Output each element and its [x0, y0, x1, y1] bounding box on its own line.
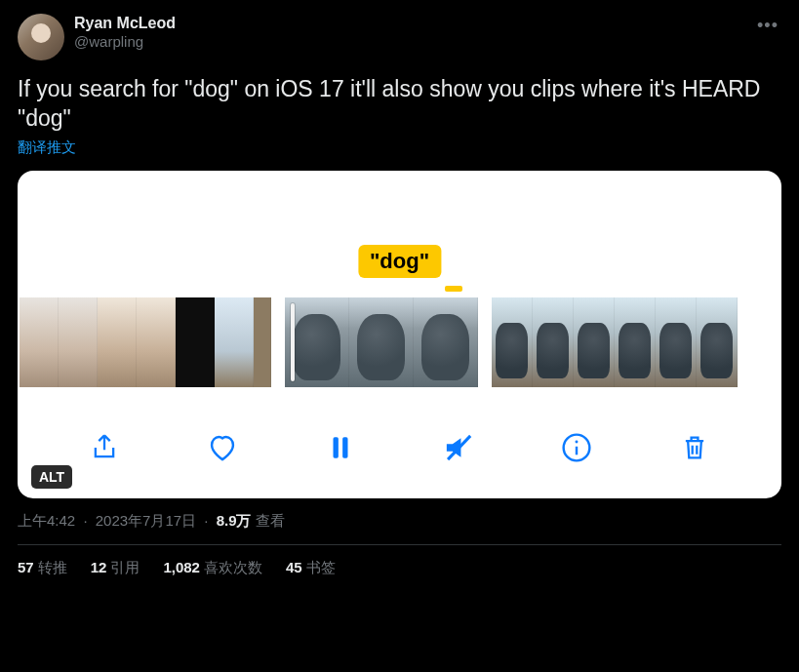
filmstrip[interactable]: [18, 297, 781, 387]
thumbnail: [59, 297, 98, 387]
info-button[interactable]: [555, 426, 598, 469]
thumbnail: [574, 297, 615, 387]
stat-label: 转推: [38, 559, 67, 575]
stat-quotes[interactable]: 12引用: [91, 559, 140, 577]
thumbnail: [414, 297, 478, 387]
thumbnail: [697, 297, 738, 387]
pause-button[interactable]: [319, 426, 362, 469]
media-top-space: [18, 171, 781, 245]
thumbnail: [492, 297, 533, 387]
caption-chip: "dog": [358, 245, 441, 278]
tweet-header: Ryan McLeod @warpling •••: [18, 14, 781, 60]
meta-line: 上午4:42 · 2023年7月17日 · 8.9万 查看: [18, 512, 781, 531]
stat-count: 57: [18, 559, 34, 575]
thumbnail: [656, 297, 697, 387]
author-handle: @warpling: [74, 33, 176, 51]
thumbnail: [176, 297, 215, 387]
stat-label: 喜欢次数: [204, 559, 262, 575]
thumbnail: [20, 297, 59, 387]
stat-likes[interactable]: 1,082喜欢次数: [163, 559, 262, 577]
tweet-time[interactable]: 上午4:42: [18, 512, 75, 529]
stat-count: 12: [91, 559, 107, 575]
mute-button[interactable]: [437, 426, 480, 469]
author-display-name: Ryan McLeod: [74, 14, 176, 33]
views-count: 8.9万: [217, 512, 252, 529]
avatar[interactable]: [18, 14, 64, 60]
clip-group-2[interactable]: [285, 297, 478, 387]
like-button[interactable]: [201, 426, 244, 469]
tweet-text: If you search for "dog" on iOS 17 it'll …: [18, 74, 781, 133]
svg-point-4: [576, 440, 579, 443]
thumbnail: [137, 297, 176, 387]
share-button[interactable]: [83, 426, 126, 469]
trash-button[interactable]: [673, 426, 716, 469]
tweet-container: Ryan McLeod @warpling ••• If you search …: [0, 0, 799, 587]
stat-label: 引用: [110, 559, 140, 575]
stat-label: 书签: [306, 559, 336, 575]
translate-link[interactable]: 翻译推文: [18, 138, 781, 157]
thumbnail: [615, 297, 656, 387]
more-options-button[interactable]: •••: [754, 16, 781, 36]
thumbnail: [215, 297, 254, 387]
media-toolbar: [18, 418, 781, 477]
stat-retweets[interactable]: 57转推: [18, 559, 67, 577]
thumbnail: [254, 297, 271, 387]
svg-rect-1: [342, 437, 347, 457]
thumbnail: [349, 297, 414, 387]
svg-rect-0: [333, 437, 338, 457]
thumbnail: [98, 297, 137, 387]
media-card[interactable]: "dog": [18, 171, 781, 498]
author-block[interactable]: Ryan McLeod @warpling: [74, 14, 176, 51]
views-label: 查看: [256, 512, 285, 529]
playhead-tick: [445, 286, 462, 292]
clip-group-3[interactable]: [492, 297, 738, 387]
alt-badge[interactable]: ALT: [31, 465, 72, 489]
separator: ·: [83, 512, 87, 529]
separator: ·: [204, 512, 208, 529]
tweet-date[interactable]: 2023年7月17日: [96, 512, 196, 529]
stats-line: 57转推 12引用 1,082喜欢次数 45书签: [18, 545, 781, 577]
thumbnail: [285, 297, 349, 387]
stat-bookmarks[interactable]: 45书签: [286, 559, 336, 577]
stat-count: 1,082: [163, 559, 200, 575]
clip-group-1[interactable]: [20, 297, 271, 387]
stat-count: 45: [286, 559, 302, 575]
thumbnail: [533, 297, 574, 387]
